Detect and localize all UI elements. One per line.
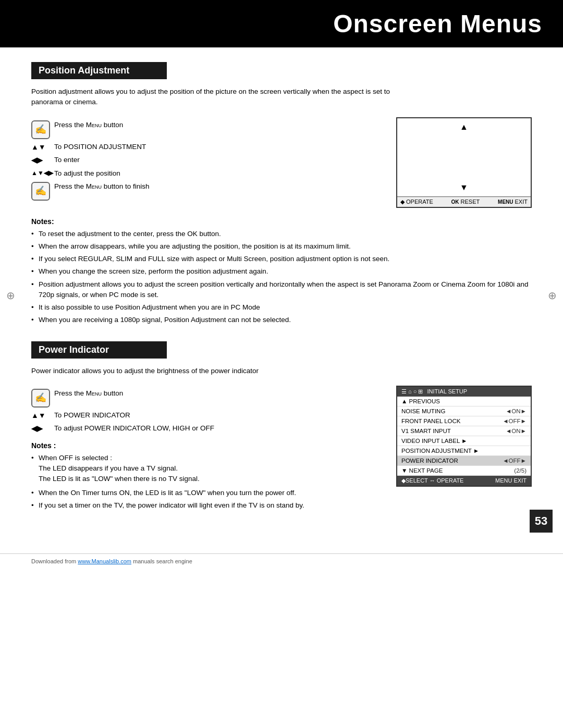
note-item: When you are receiving a 1080p signal, P… [31, 315, 532, 325]
osd-menu-icon: MENU [498, 199, 513, 205]
s2-note-item: When the On Timer turns ON, the LED is l… [31, 488, 381, 498]
updown-arrows-1: ▲▼ [31, 142, 46, 153]
section1-notes: Notes: To reset the adjustment to the ce… [31, 217, 532, 326]
s2-updown-arrows: ▲▼ [31, 411, 46, 421]
menu-row-label-nextpage: ▼ NEXT PAGE [401, 467, 443, 474]
menu-label-1: Menu [86, 121, 102, 129]
menu-row-label-v1smart: V1 SMART INPUT [401, 428, 451, 434]
menu-row-v1smart: V1 SMART INPUT ◄ON► [397, 426, 531, 436]
osd-content-1: ▲ ▼ [397, 118, 531, 196]
menu-row-label-position: POSITION ADJUSTMENT ► [401, 448, 479, 454]
s2-instruction-text-2: To POWER INDICATOR [54, 411, 381, 421]
instruction-text-1: Press the Menu button [54, 120, 381, 130]
s2-instruction-3: ◀▶ To adjust POWER INDICATOR LOW, HIGH o… [31, 424, 381, 434]
osd-arrow-down-1: ▼ [460, 183, 468, 192]
s2-note-item: When OFF is selected :The LED disappears… [31, 453, 381, 485]
s2-left-icon: ◀▶ [31, 424, 54, 434]
menu-screen-footer: ◆SELECT ↔ OPERATE MENU EXIT [397, 476, 531, 486]
s2-note-item: If you set a timer on the TV, the power … [31, 500, 381, 511]
section1-heading: Position Adjustment [31, 62, 167, 79]
note-item: To reset the adjustment to the center, p… [31, 229, 532, 239]
section1-notes-list: To reset the adjustment to the center, p… [31, 229, 532, 326]
s2-updown-icon: ▲▼ [31, 411, 54, 421]
menu-footer-right: MENU EXIT [495, 477, 527, 484]
osd-operate-label: OPERATE [406, 199, 433, 205]
instruction-2: ▲▼ To POSITION ADJUSTMENT [31, 142, 381, 153]
menu-row-label-frontpanel: FRONT PANEL LOCK [401, 418, 461, 424]
section2-instruction-row: ✍ Press the Menu button ▲▼ To POWER INDI… [31, 386, 532, 513]
section2-heading: Power Indicator [31, 341, 167, 359]
section-position-adjustment: Position Adjustment Position adjustment … [31, 62, 532, 326]
osd-operate: ◆ OPERATE [400, 199, 433, 205]
instruction-5: ✍ Press the Menu button to finish [31, 182, 381, 201]
footer-link[interactable]: www.Manualslib.com [78, 558, 131, 564]
menu-label-2: Menu [86, 182, 102, 190]
section1-osd-screen: ▲ ▼ ◆ OPERATE OK RESET MENU [396, 117, 532, 208]
osd-reset-label: RESET [461, 199, 480, 205]
s2-left-arrows: ◀▶ [31, 424, 43, 434]
s2-menu-label-1: Menu [86, 389, 102, 397]
instruction-1: ✍ Press the Menu button [31, 120, 381, 139]
section2-notes-label: Notes : [31, 441, 381, 450]
section1-notes-label: Notes: [31, 217, 532, 226]
page-title: Onscreen Menus [333, 10, 542, 38]
osd-exit: MENU EXIT [498, 199, 528, 205]
menu-row-label-powerindicator: POWER INDICATOR [401, 458, 458, 464]
leftright-arrows-1: ◀▶ [31, 155, 43, 166]
menu-row-noise: NOISE MUTING ◄ON► [397, 406, 531, 416]
note-item: It is also possible to use Position Adju… [31, 302, 532, 313]
page-number: 53 [530, 510, 553, 533]
note-item: If you select REGULAR, SLIM and FULL siz… [31, 254, 532, 264]
menu-row-value-noise: ◄ON► [506, 408, 527, 414]
osd-operate-icon: ◆ [400, 199, 405, 205]
menu-row-label-videolabel: VIDEO INPUT LABEL ► [401, 438, 467, 444]
menu-row-powerindicator: POWER INDICATOR ◄OFF► [397, 456, 531, 466]
crosshair-right-icon: ⊕ [548, 289, 557, 302]
menu-row-value-powerindicator: ◄OFF► [503, 458, 527, 464]
s2-menu-icon-1: ✍ [31, 389, 54, 408]
note-item: When you change the screen size, perform… [31, 266, 532, 277]
updown-icon-1: ▲▼ [31, 142, 54, 153]
section2-intro: Power indicator allows you to adjust the… [31, 366, 396, 376]
menu-header-text: INITIAL SETUP [427, 388, 467, 394]
note-item: Position adjustment allows you to adjust… [31, 279, 532, 301]
section2-instructions: ✍ Press the Menu button ▲▼ To POWER INDI… [31, 386, 381, 513]
instruction-text-5: Press the Menu button to finish [54, 182, 381, 192]
s2-instruction-2: ▲▼ To POWER INDICATOR [31, 411, 381, 421]
menu-screen-header: ☰ ⌂ ○ ⊞ INITIAL SETUP [397, 387, 531, 397]
menu-row-videolabel: VIDEO INPUT LABEL ► [397, 436, 531, 446]
menu-row-value-nextpage: (2/5) [514, 467, 527, 474]
instruction-text-3: To enter [54, 155, 381, 165]
leftright-icon-1: ◀▶ [31, 155, 54, 166]
section2-notes-list: When OFF is selected :The LED disappears… [31, 453, 381, 511]
osd-ok-icon: OK [451, 199, 459, 205]
hand-icon-2: ✍ [31, 182, 50, 201]
instruction-text-2: To POSITION ADJUSTMENT [54, 142, 381, 152]
instruction-4: ▲▼◀▶ To adjust the position [31, 169, 381, 179]
osd-box-1: ▲ ▼ ◆ OPERATE OK RESET MENU [396, 117, 532, 208]
menu-header-icons: ☰ ⌂ ○ ⊞ [401, 388, 423, 395]
menu-row-label-previous: ▲ PREVIOUS [401, 398, 440, 404]
menu-screen-box: ☰ ⌂ ○ ⊞ INITIAL SETUP ▲ PREVIOUS NOISE M… [396, 386, 532, 487]
menu-icon-1: ✍ [31, 120, 54, 139]
osd-exit-label: EXIT [515, 199, 528, 205]
page-header: Onscreen Menus [0, 0, 563, 47]
s2-hand-icon-1: ✍ [31, 389, 50, 408]
page-footer: Downloaded from www.Manualslib.com manua… [0, 553, 563, 569]
menu-row-nextpage: ▼ NEXT PAGE (2/5) [397, 466, 531, 476]
osd-footer-1: ◆ OPERATE OK RESET MENU EXIT [397, 196, 531, 207]
hand-icon-1: ✍ [31, 120, 50, 139]
crosshair-left-icon: ⊕ [6, 289, 15, 302]
s2-instruction-text-3: To adjust POWER INDICATOR LOW, HIGH or O… [54, 424, 381, 434]
section2-menu-screen: ☰ ⌂ ○ ⊞ INITIAL SETUP ▲ PREVIOUS NOISE M… [396, 386, 532, 513]
section2-notes: Notes : When OFF is selected :The LED di… [31, 441, 381, 511]
footer-text-2: manuals search engine [131, 558, 192, 564]
note-item: When the arrow disappears, while you are… [31, 241, 532, 252]
instruction-3: ◀▶ To enter [31, 155, 381, 166]
s2-instruction-1: ✍ Press the Menu button [31, 389, 381, 408]
updownleft-arrows-1: ▲▼◀▶ [31, 169, 53, 178]
menu-row-frontpanel: FRONT PANEL LOCK ◄OFF► [397, 416, 531, 426]
main-content: ⊕ ⊕ Position Adjustment Position adjustm… [0, 47, 563, 543]
updownleft-icon-1: ▲▼◀▶ [31, 169, 54, 178]
instruction-text-4: To adjust the position [54, 169, 381, 179]
